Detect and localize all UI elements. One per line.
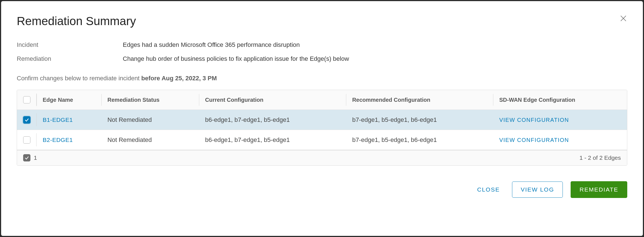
view-log-button[interactable]: VIEW LOG (512, 182, 563, 198)
footer-selected-count: 1 (34, 154, 37, 161)
edge-name-link[interactable]: B1-EDGE1 (43, 117, 73, 123)
remediation-value: Change hub order of business policies to… (123, 55, 349, 62)
table-row[interactable]: B1-EDGE1 Not Remediated b6-edge1, b7-edg… (17, 110, 627, 130)
confirm-text: Confirm changes below to remediate incid… (17, 75, 627, 82)
confirm-deadline: before Aug 25, 2022, 3 PM (141, 75, 217, 82)
recommended-config-cell: b7-edge1, b5-edge1, b6-edge1 (346, 110, 493, 130)
incident-value: Edges had a sudden Microsoft Office 365 … (123, 41, 300, 49)
table-footer: 1 1 - 2 of 2 Edges (17, 150, 627, 165)
remediation-status-cell: Not Remediated (101, 110, 199, 130)
header-recommended-config[interactable]: Recommended Configuration (346, 90, 493, 110)
footer-range: 1 - 2 of 2 Edges (580, 154, 621, 161)
view-configuration-link[interactable]: VIEW CONFIGURATION (499, 137, 569, 143)
current-config-cell: b6-edge1, b7-edge1, b5-edge1 (199, 110, 346, 130)
edge-name-link[interactable]: B2-EDGE1 (43, 137, 73, 143)
remediate-button[interactable]: REMEDIATE (571, 181, 627, 198)
current-config-cell: b6-edge1, b7-edge1, b5-edge1 (199, 130, 346, 150)
confirm-prefix: Confirm changes below to remediate incid… (17, 75, 141, 82)
remediation-status-cell: Not Remediated (101, 130, 199, 150)
select-all-checkbox[interactable] (23, 96, 30, 103)
edges-table: Edge Name Remediation Status Current Con… (17, 90, 627, 166)
remediation-row: Remediation Change hub order of business… (17, 55, 627, 62)
remediation-summary-dialog: Remediation Summary Incident Edges had a… (1, 1, 643, 236)
table-row[interactable]: B2-EDGE1 Not Remediated b6-edge1, b7-edg… (17, 130, 627, 150)
dialog-actions: CLOSE VIEW LOG REMEDIATE (17, 181, 627, 198)
header-select-all[interactable] (17, 90, 37, 110)
row-checkbox[interactable] (23, 136, 30, 144)
dialog-title: Remediation Summary (17, 14, 136, 28)
remediation-label: Remediation (17, 55, 123, 62)
table-header-row: Edge Name Remediation Status Current Con… (17, 90, 627, 110)
header-edge-name[interactable]: Edge Name (37, 90, 101, 110)
incident-label: Incident (17, 41, 123, 49)
close-icon[interactable] (619, 14, 627, 22)
close-button[interactable]: CLOSE (473, 182, 504, 197)
header-remediation-status[interactable]: Remediation Status (101, 90, 199, 110)
incident-row: Incident Edges had a sudden Microsoft Of… (17, 41, 627, 49)
footer-selection-indicator[interactable] (23, 154, 30, 161)
header-current-config[interactable]: Current Configuration (199, 90, 346, 110)
header-sdwan-config[interactable]: SD-WAN Edge Configuration (493, 90, 627, 110)
row-checkbox[interactable] (23, 116, 30, 124)
recommended-config-cell: b7-edge1, b5-edge1, b6-edge1 (346, 130, 493, 150)
view-configuration-link[interactable]: VIEW CONFIGURATION (499, 117, 569, 123)
